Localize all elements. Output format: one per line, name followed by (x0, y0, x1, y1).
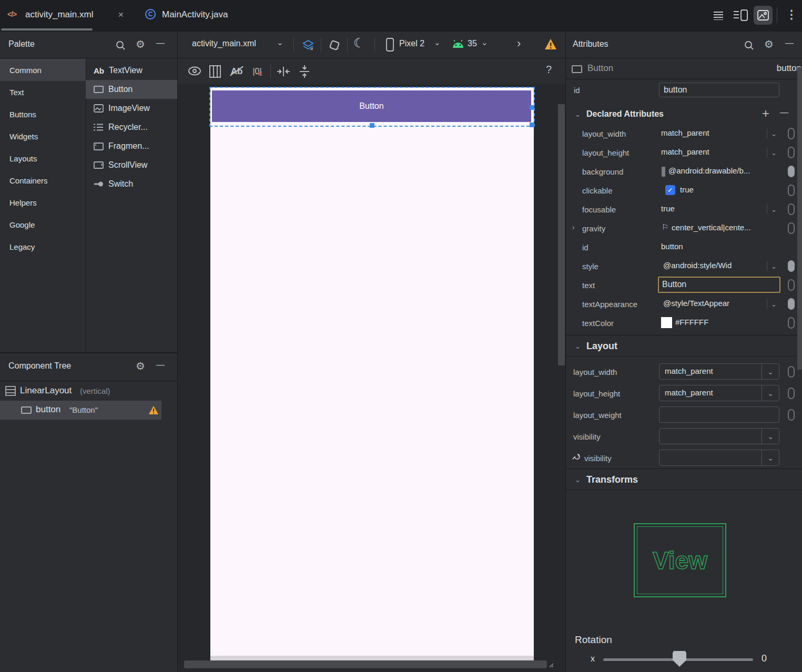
attr-row-background[interactable]: background @android:drawable/b... (565, 162, 802, 181)
kebab-menu-icon[interactable]: ⋮ (786, 8, 797, 22)
rotation-slider-handle[interactable] (673, 651, 686, 667)
toolbar-overflow-chevron[interactable]: › (517, 37, 521, 50)
close-icon[interactable]: ✕ (118, 11, 124, 19)
view-options-icon[interactable] (187, 65, 203, 78)
palette-category-widgets[interactable]: Widgets (0, 125, 86, 147)
layout-width-combo[interactable]: match_parent ⌄ (659, 363, 779, 380)
palette-item-fragment[interactable]: Fragmen... (86, 137, 177, 156)
attr-row-clickable[interactable]: clickable ✓ true (565, 181, 802, 200)
namespace-pill-icon[interactable] (788, 366, 795, 378)
palette-category-containers[interactable]: Containers (0, 169, 86, 191)
dropdown-icon[interactable]: ⌄ (767, 260, 777, 272)
gear-icon[interactable]: ⚙ (764, 38, 774, 50)
design-view-button[interactable] (754, 6, 773, 25)
tree-node-linearlayout[interactable]: LinearLayout (vertical) (0, 382, 161, 401)
device-selector[interactable]: Pixel 2 (399, 39, 424, 48)
remove-attribute-icon[interactable]: — (780, 108, 788, 117)
selection-handle-bottom-center[interactable] (370, 123, 374, 128)
design-surface-selector-icon[interactable] (300, 37, 316, 53)
selection-outline[interactable] (209, 87, 535, 127)
namespace-pill-icon[interactable] (788, 260, 795, 272)
palette-category-text[interactable]: Text (0, 81, 86, 103)
attr-row-style[interactable]: style @android:style/Wid ⌄ (565, 257, 802, 276)
namespace-pill-icon[interactable] (788, 222, 795, 234)
device-screen[interactable] (210, 87, 534, 661)
palette-item-textview[interactable]: Ab TextView (86, 61, 177, 80)
attr-row-textappearance[interactable]: textAppearance @style/TextAppear ⌄ (565, 294, 802, 313)
palette-category-layouts[interactable]: Layouts (0, 147, 86, 169)
layout-section-header[interactable]: ⌄ Layout (565, 336, 802, 356)
add-attribute-icon[interactable]: + (762, 106, 769, 121)
tree-node-button[interactable]: button "Button" (0, 401, 161, 420)
minimize-icon[interactable]: — (785, 38, 794, 48)
palette-item-button[interactable]: Button (86, 80, 177, 99)
attr-row-id[interactable]: id button (565, 238, 802, 257)
minimize-icon[interactable]: — (156, 360, 165, 370)
checkbox-checked[interactable]: ✓ (665, 185, 675, 195)
search-icon[interactable] (743, 39, 755, 51)
horizontal-scrollbar[interactable] (184, 660, 547, 668)
tab-activity-main-xml[interactable]: </> activity_main.xml ✕ (0, 0, 135, 32)
namespace-pill-icon[interactable] (788, 279, 795, 291)
orientation-columns-icon[interactable] (208, 65, 222, 78)
namespace-pill-icon[interactable] (788, 203, 795, 215)
palette-item-scrollview[interactable]: ScrollView (86, 156, 177, 175)
palette-item-switch[interactable]: Switch (86, 175, 177, 194)
tools-visibility-combo[interactable]: ⌄ (659, 450, 779, 466)
palette-category-buttons[interactable]: Buttons (0, 103, 86, 125)
namespace-pill-icon[interactable] (788, 388, 795, 399)
palette-category-google[interactable]: Google (0, 213, 86, 236)
dropdown-icon[interactable]: ⌄ (767, 203, 777, 215)
transforms-section-header[interactable]: ⌄ Transforms (565, 470, 802, 490)
namespace-pill-icon[interactable] (788, 298, 795, 310)
center-horizontally-icon[interactable] (276, 65, 291, 78)
night-mode-icon[interactable]: ☾ (353, 36, 365, 50)
layout-row-height[interactable]: layout_height match_parent ⌄ (565, 382, 802, 404)
center-vertically-icon[interactable] (297, 65, 312, 78)
attr-row-focusable[interactable]: focusable true ⌄ (565, 200, 802, 219)
attr-row-textcolor[interactable]: textColor #FFFFFF (565, 313, 802, 332)
color-swatch[interactable] (661, 317, 672, 328)
layout-row-tools-visibility[interactable]: visibility ⌄ (565, 447, 802, 469)
namespace-pill-icon[interactable] (788, 317, 795, 329)
orientation-icon[interactable] (327, 37, 342, 53)
namespace-pill-icon[interactable] (788, 185, 795, 196)
dropdown-icon[interactable]: ⌄ (767, 298, 777, 310)
attr-row-layout-height[interactable]: layout_height match_parent ⌄ (565, 143, 802, 162)
api-selector[interactable]: 35 (468, 39, 477, 48)
chevron-down-icon[interactable]: ⌄ (762, 450, 779, 465)
layout-weight-input[interactable] (659, 406, 779, 423)
attr-row-text[interactable]: text Button (565, 276, 802, 294)
clear-weights-icon[interactable]: |0| × (249, 64, 265, 79)
palette-category-common[interactable]: Common (0, 59, 86, 81)
attributes-scrollbar[interactable] (797, 67, 802, 370)
help-icon[interactable]: ? (546, 64, 552, 76)
attr-row-layout-width[interactable]: layout_width match_parent ⌄ (565, 124, 802, 143)
dropdown-icon[interactable]: ⌄ (767, 147, 777, 158)
palette-item-imageview[interactable]: ImageView (86, 99, 177, 118)
layout-row-weight[interactable]: layout_weight (565, 404, 802, 425)
dropdown-icon[interactable]: ⌄ (767, 128, 777, 139)
expand-chevron-icon[interactable]: › (572, 223, 575, 231)
namespace-pill-icon[interactable] (788, 166, 795, 177)
attr-row-gravity[interactable]: › gravity ⚐ center_vertical|cente... (565, 219, 802, 238)
chevron-down-icon[interactable]: ⌄ (762, 429, 779, 444)
palette-item-recyclerview[interactable]: Recycler... (86, 118, 177, 137)
layout-height-combo[interactable]: match_parent ⌄ (659, 385, 779, 401)
gear-icon[interactable]: ⚙ (136, 360, 145, 372)
file-selector[interactable]: activity_main.xml (192, 39, 256, 48)
selection-handle-right-center[interactable] (530, 105, 534, 110)
namespace-pill-icon[interactable] (788, 128, 795, 139)
chevron-down-icon[interactable]: ⌄ (762, 385, 779, 401)
toggle-sample-text-icon[interactable]: Ab (228, 64, 246, 79)
declared-attributes-header[interactable]: ⌄ Declared Attributes + — (565, 104, 802, 124)
chevron-down-icon[interactable]: ⌄ (762, 364, 779, 379)
layout-row-visibility[interactable]: visibility ⌄ (565, 425, 802, 447)
palette-category-legacy[interactable]: Legacy (0, 236, 86, 258)
split-view-button[interactable] (732, 8, 749, 23)
text-input-focused[interactable]: Button (658, 277, 780, 293)
code-view-button[interactable] (711, 8, 726, 23)
layout-row-width[interactable]: layout_width match_parent ⌄ (565, 361, 802, 382)
namespace-pill-icon[interactable] (788, 147, 795, 158)
vertical-scrollbar[interactable] (558, 104, 565, 365)
